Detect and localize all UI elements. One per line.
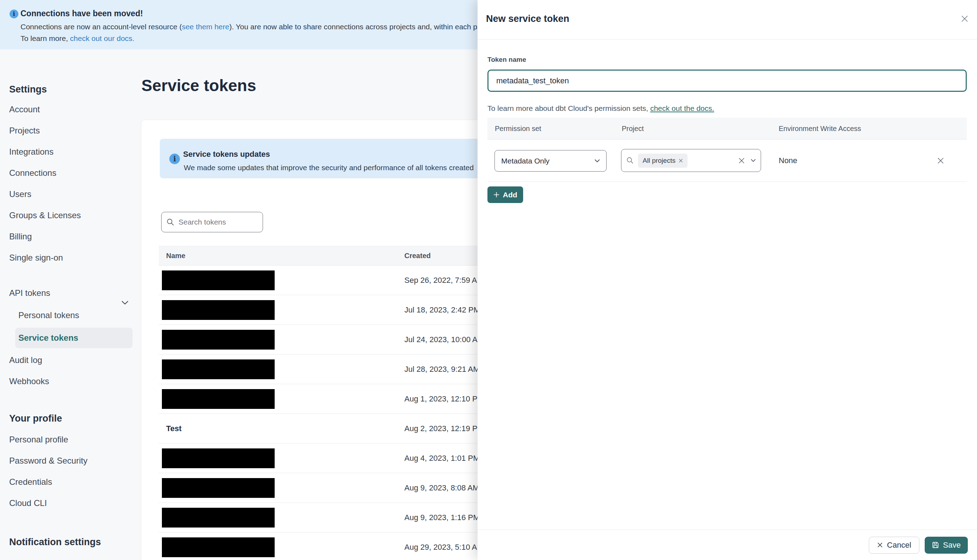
clear-projects-icon[interactable] bbox=[738, 157, 745, 164]
sidebar-item-personal-tokens[interactable]: Personal tokens bbox=[18, 305, 79, 326]
chevron-down-icon bbox=[594, 159, 600, 162]
banner-text-line: Connections are now an account-level res… bbox=[20, 23, 480, 31]
token-created: Jul 18, 2023, 2:42 PM P bbox=[404, 295, 487, 325]
sidebar-item-cloud-cli[interactable]: Cloud CLI bbox=[9, 493, 47, 514]
save-icon bbox=[932, 541, 939, 549]
remove-chip-icon[interactable] bbox=[679, 158, 683, 163]
column-header-name: Name bbox=[166, 252, 404, 260]
sidebar-item-password-security[interactable]: Password & Security bbox=[9, 450, 87, 472]
docs-note-text: To learn more about dbt Cloud's permissi… bbox=[487, 104, 650, 112]
close-panel-button[interactable] bbox=[960, 14, 969, 23]
search-icon bbox=[166, 218, 174, 226]
redacted-token-name bbox=[162, 300, 274, 320]
settings-sidebar: Settings Account Projects Integrations C… bbox=[0, 50, 141, 560]
cancel-button-label: Cancel bbox=[887, 541, 911, 550]
column-header-permission-set: Permission set bbox=[495, 118, 541, 140]
sidebar-item-integrations[interactable]: Integrations bbox=[9, 141, 54, 162]
banner-text: ). You are now able to share connections… bbox=[229, 23, 480, 31]
token-created: Aug 9, 2023, 8:08 AM P bbox=[404, 473, 486, 503]
sidebar-item-credentials[interactable]: Credentials bbox=[9, 472, 52, 493]
your-profile-heading: Your profile bbox=[9, 413, 62, 424]
token-name-input[interactable] bbox=[487, 70, 967, 92]
sidebar-item-groups-licenses[interactable]: Groups & Licenses bbox=[9, 205, 81, 226]
redacted-token-name bbox=[162, 330, 274, 350]
plus-icon bbox=[494, 192, 499, 198]
redacted-token-name bbox=[162, 270, 274, 290]
sidebar-item-billing[interactable]: Billing bbox=[9, 226, 32, 247]
permission-set-value: Metadata Only bbox=[501, 157, 594, 165]
banner-title: Connections have been moved! bbox=[20, 9, 143, 18]
chevron-down-icon bbox=[751, 159, 756, 162]
permission-set-select[interactable]: Metadata Only bbox=[495, 150, 607, 172]
environment-write-access-value: None bbox=[779, 140, 798, 182]
search-tokens-field[interactable] bbox=[161, 212, 263, 232]
new-service-token-panel: New service token Token name To learn mo… bbox=[478, 0, 977, 560]
sidebar-item-webhooks[interactable]: Webhooks bbox=[9, 371, 49, 392]
permissions-table-header: Permission set Project Environment Write… bbox=[487, 118, 967, 140]
panel-title: New service token bbox=[486, 13, 569, 24]
chip-label: All projects bbox=[642, 157, 676, 165]
search-input[interactable] bbox=[179, 218, 258, 226]
check-docs-link[interactable]: check out our docs. bbox=[70, 34, 134, 42]
save-button-label: Save bbox=[943, 541, 961, 550]
sidebar-item-personal-profile[interactable]: Personal profile bbox=[9, 429, 68, 450]
info-icon: i bbox=[169, 153, 180, 164]
all-projects-chip[interactable]: All projects bbox=[638, 153, 688, 168]
redacted-token-name bbox=[162, 360, 274, 379]
service-tokens-label: Service tokens bbox=[18, 328, 78, 348]
delete-row-icon[interactable] bbox=[936, 157, 945, 165]
sidebar-item-users[interactable]: Users bbox=[9, 183, 32, 205]
token-created: Aug 4, 2023, 1:01 PM P bbox=[404, 443, 487, 473]
page-title: Service tokens bbox=[141, 76, 256, 95]
banner-text: Connections are now an account-level res… bbox=[20, 23, 182, 31]
sidebar-item-connections[interactable]: Connections bbox=[9, 162, 56, 183]
sidebar-item-single-sign-on[interactable]: Single sign-on bbox=[9, 247, 63, 268]
save-button[interactable]: Save bbox=[925, 537, 968, 553]
check-out-docs-link[interactable]: check out the docs. bbox=[650, 104, 714, 112]
column-header-environment-write-access: Environment Write Access bbox=[779, 118, 861, 140]
add-button-label: Add bbox=[503, 191, 517, 199]
search-icon bbox=[626, 157, 634, 164]
banner-text: To learn more, bbox=[20, 34, 70, 42]
token-created: Aug 9, 2023, 1:16 PM P bbox=[404, 503, 487, 532]
redacted-token-name bbox=[162, 389, 274, 409]
token-created: Jul 28, 2023, 9:21 AM P bbox=[404, 355, 487, 384]
chevron-down-icon bbox=[122, 291, 128, 312]
sidebar-item-service-tokens[interactable]: Service tokens bbox=[15, 328, 132, 348]
settings-heading: Settings bbox=[9, 84, 47, 95]
screen: i Connections have been moved! Connectio… bbox=[0, 0, 977, 560]
permission-docs-note: To learn more about dbt Cloud's permissi… bbox=[487, 104, 714, 113]
permission-row: Metadata Only All projects bbox=[487, 140, 967, 182]
redacted-token-name bbox=[162, 508, 274, 528]
token-name-label: Token name bbox=[487, 56, 526, 63]
add-permission-button[interactable]: Add bbox=[487, 187, 523, 203]
column-header-project: Project bbox=[622, 118, 644, 140]
banner-text-line: To learn more, check out our docs. bbox=[20, 34, 134, 43]
panel-header: New service token bbox=[478, 0, 977, 40]
sidebar-item-account[interactable]: Account bbox=[9, 99, 40, 120]
redacted-token-name bbox=[162, 448, 274, 468]
sidebar-item-audit-log[interactable]: Audit log bbox=[9, 350, 42, 371]
info-icon: i bbox=[10, 10, 18, 18]
notification-settings-heading: Notification settings bbox=[9, 537, 101, 548]
panel-footer: Cancel Save bbox=[478, 530, 977, 560]
close-icon bbox=[877, 542, 883, 548]
column-header-created: Created bbox=[404, 252, 430, 260]
cancel-button[interactable]: Cancel bbox=[869, 537, 919, 553]
sidebar-item-projects[interactable]: Projects bbox=[9, 120, 40, 141]
token-name: Test bbox=[166, 414, 182, 443]
sidebar-item-api-tokens[interactable]: API tokens bbox=[9, 282, 133, 304]
redacted-token-name bbox=[162, 537, 274, 557]
see-them-here-link[interactable]: see them here bbox=[182, 23, 229, 31]
project-multiselect[interactable]: All projects bbox=[621, 149, 761, 172]
api-tokens-label: API tokens bbox=[9, 288, 50, 298]
info-box-body: We made some updates that improve the se… bbox=[184, 163, 473, 172]
token-created: Aug 29, 2023, 5:10 AM bbox=[404, 532, 483, 560]
token-created: Jul 24, 2023, 10:00 AM bbox=[404, 325, 484, 355]
info-box-title: Service tokens updates bbox=[183, 150, 270, 159]
redacted-token-name bbox=[162, 478, 274, 498]
